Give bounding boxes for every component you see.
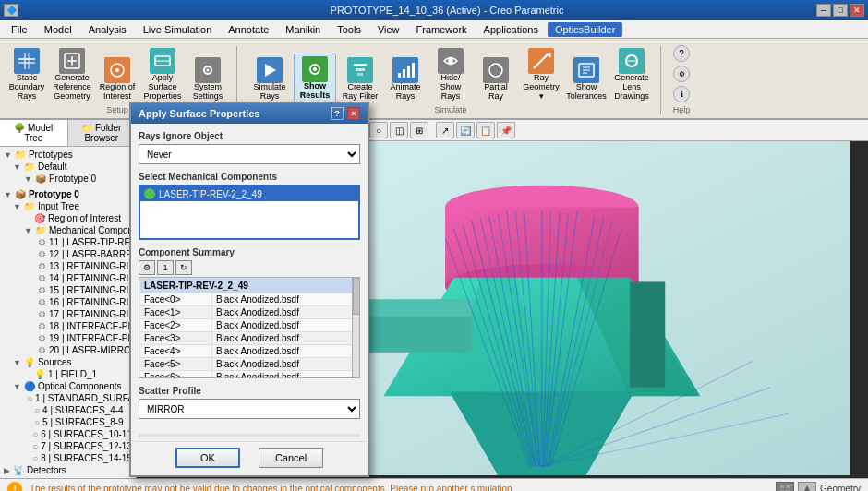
help-btn-1[interactable]: ?: [673, 45, 690, 62]
tree-area[interactable]: ▼ 📁 Prototypes ▼ 📁 Default ▼ 📦 Prototype…: [0, 147, 136, 478]
ribbon-btn-simulate[interactable]: SimulateRays: [248, 55, 291, 103]
dialog-close-button[interactable]: ×: [347, 107, 360, 120]
ribbon-btn-partial-ray[interactable]: PartialRay: [475, 55, 517, 103]
menu-applications[interactable]: Applications: [476, 22, 546, 37]
table-row[interactable]: Face<6> Black Anodized.bsdf: [140, 371, 359, 379]
tree-item-prototypes[interactable]: ▼ 📁 Prototypes: [2, 149, 134, 161]
tree-item-retaining-13[interactable]: ⚙ 13 | RETAINING-RING-6...: [2, 260, 134, 272]
canvas-btn-view4[interactable]: ◫: [390, 122, 408, 138]
listbox-item-icon: [144, 188, 155, 199]
tree-item-region[interactable]: 🎯 Region of Interest: [2, 212, 134, 224]
tree-item-retaining-15[interactable]: ⚙ 15 | RETAINING-RING-6...: [2, 284, 134, 296]
tab-model-tree[interactable]: 🌳 Model Tree: [0, 120, 68, 146]
tree-item-surfaces-4[interactable]: ○ 4 | SURFACES_4-4: [2, 404, 134, 416]
canvas-btn-pin[interactable]: 📌: [497, 122, 515, 138]
tree-item-input-tree[interactable]: ▼ 📁 Input Tree: [2, 200, 134, 212]
summary-header-cell: LASER-TIP-REV-2_2_49: [140, 279, 359, 293]
ribbon-btn-apply-surface[interactable]: Apply SurfaceProperties: [141, 46, 184, 103]
canvas-btn-rotate2[interactable]: 🔄: [456, 122, 475, 138]
tree-item-detectors[interactable]: ▶ 📡 Detectors: [2, 464, 134, 476]
dialog-title-bar[interactable]: Apply Surface Properties ? ×: [131, 103, 368, 124]
ribbon-btn-generate-lens[interactable]: Generate LensDrawings: [610, 46, 653, 103]
table-row[interactable]: Face<1> Black Anodized.bsdf: [140, 306, 359, 319]
ribbon-btn-create-filter[interactable]: CreateRay Filter: [339, 55, 381, 103]
close-button[interactable]: ✕: [850, 4, 864, 17]
rays-ignore-select[interactable]: Never Always Forward Backward: [139, 144, 360, 164]
help-btn-3[interactable]: ℹ: [673, 86, 690, 102]
table-row[interactable]: Face<2> Black Anodized.bsdf: [140, 319, 359, 332]
summary-btn-1[interactable]: ⚙: [139, 260, 155, 275]
listbox-item-laser-tip[interactable]: LASER-TIP-REV-2_2_49: [140, 186, 358, 201]
tree-item-sources[interactable]: ▼ 💡 Sources: [2, 356, 134, 368]
dialog-help-button[interactable]: ?: [331, 107, 344, 120]
menu-tools[interactable]: Tools: [330, 22, 368, 37]
tree-item-surfaces-5[interactable]: ○ 5 | SURFACES_8-9: [2, 416, 134, 428]
menu-annotate[interactable]: Annotate: [221, 22, 276, 37]
canvas-btn-view3[interactable]: ○: [369, 122, 388, 138]
menu-file[interactable]: File: [4, 22, 35, 37]
scatter-profile-select[interactable]: MIRROR NONE Black Anodized Lambertian: [139, 399, 360, 419]
ribbon-btn-ray-geometry[interactable]: RayGeometry ▾: [520, 46, 562, 103]
tree-item-surfaces-8[interactable]: ○ 8 | SURFACES_14-15: [2, 452, 134, 464]
tree-item-surfaces-6[interactable]: ○ 6 | SURFACES_10-11: [2, 428, 134, 440]
ribbon-btn-system-settings[interactable]: SystemSettings: [187, 55, 229, 103]
table-row[interactable]: Face<4> Black Anodized.bsdf: [140, 345, 359, 358]
ribbon-btn-hide-show[interactable]: Hide/Show Rays: [429, 46, 472, 103]
ok-button[interactable]: OK: [175, 448, 240, 468]
maximize-button[interactable]: □: [833, 4, 848, 17]
tree-item-default[interactable]: ▼ 📁 Default: [2, 161, 134, 173]
ribbon-btn-region[interactable]: Region ofInterest: [96, 55, 139, 103]
tree-item-laser-tip[interactable]: ⚙ 11 | LASER-TIP-REV-2_2...: [2, 236, 134, 248]
menu-framework[interactable]: Framework: [409, 22, 475, 37]
cancel-button[interactable]: Cancel: [259, 448, 323, 468]
panel-tabs: 🌳 Model Tree 📁 Folder Browser: [0, 120, 136, 147]
minimize-button[interactable]: ─: [816, 4, 831, 17]
help-btn-2[interactable]: ⚙: [673, 66, 690, 82]
tab-folder-browser[interactable]: 📁 Folder Browser: [68, 120, 137, 146]
menu-view[interactable]: View: [370, 22, 407, 37]
apply-surface-icon: [150, 48, 175, 74]
scrollbar-thumb[interactable]: [353, 278, 360, 315]
tree-item-optical[interactable]: ▼ 🔵 Optical Components: [2, 380, 134, 392]
svg-rect-20: [403, 69, 405, 78]
tree-item-prototype0-main[interactable]: ▼ 📦 Prototype 0: [2, 188, 134, 200]
menu-manikin[interactable]: Manikin: [278, 22, 328, 37]
ribbon-btn-show-results[interactable]: ShowResults: [294, 54, 336, 103]
ribbon-btn-show-tolerances[interactable]: ShowTolerances: [565, 55, 608, 103]
ribbon-btn-generate-ref[interactable]: Generate ReferenceGeometry: [51, 46, 93, 103]
tree-item-field1[interactable]: 💡 1 | FIELD_1: [2, 368, 134, 380]
apply-surface-dialog[interactable]: Apply Surface Properties ? × Rays Ignore…: [129, 102, 369, 477]
warning-icon: !: [7, 482, 22, 492]
summary-btn-refresh[interactable]: ↻: [175, 260, 192, 275]
tree-item-retaining-16[interactable]: ⚙ 16 | RETAINING-RING-6...: [2, 296, 134, 308]
tree-item-laser-mirror[interactable]: ⚙ 20 | LASER-MIRROR-MOU...: [2, 344, 134, 356]
menu-model[interactable]: Model: [37, 22, 79, 37]
create-filter-label: CreateRay Filter: [343, 83, 379, 102]
table-row[interactable]: Face<3> Black Anodized.bsdf: [140, 332, 359, 345]
tree-item-interface-18[interactable]: ⚙ 18 | INTERFACE-PIPE-3...: [2, 320, 134, 332]
tree-item-prototype0-sub[interactable]: ▼ 📦 Prototype 0: [2, 173, 134, 185]
menu-live-simulation[interactable]: Live Simulation: [136, 22, 220, 37]
canvas-btn-view5[interactable]: ⊞: [410, 122, 428, 138]
system-settings-label: SystemSettings: [193, 83, 223, 102]
summary-btn-2[interactable]: 1: [157, 260, 174, 275]
table-row[interactable]: Face<5> Black Anodized.bsdf: [140, 358, 359, 371]
ribbon-btn-static-boundary[interactable]: StaticBoundary Rays: [6, 46, 48, 103]
tree-item-retaining-14[interactable]: ⚙ 14 | RETAINING-RING-6...: [2, 272, 134, 284]
table-row[interactable]: Face<0> Black Anodized.bsdf: [140, 293, 359, 306]
scrollbar-track[interactable]: [352, 278, 359, 377]
canvas-btn-arrow[interactable]: ↗: [436, 122, 454, 138]
ribbon-btn-animate[interactable]: AnimateRays: [384, 55, 427, 103]
tree-item-laser-barrel[interactable]: ⚙ 12 | LASER-BARREL-1_2...: [2, 248, 134, 260]
mechanical-listbox[interactable]: LASER-TIP-REV-2_2_49: [139, 185, 360, 240]
menu-opticsbuilder[interactable]: OpticsBuilder: [548, 22, 622, 37]
svg-point-15: [313, 67, 317, 71]
tree-item-surfaces-7[interactable]: ○ 7 | SURFACES_12-13: [2, 440, 134, 452]
tree-item-retaining-17[interactable]: ⚙ 17 | RETAINING-RING-6...: [2, 308, 134, 320]
tree-item-interface-19[interactable]: ⚙ 19 | INTERFACE-PLATE-4...: [2, 332, 134, 344]
canvas-btn-clip[interactable]: 📋: [476, 122, 495, 138]
tree-item-mechanical[interactable]: ▼ 📁 Mechanical Components: [2, 224, 134, 236]
menu-analysis[interactable]: Analysis: [81, 22, 134, 37]
tree-item-surfaces-1[interactable]: ○ 1 | STANDARD_SURFA...: [2, 392, 134, 404]
show-tolerances-icon: [573, 57, 599, 83]
